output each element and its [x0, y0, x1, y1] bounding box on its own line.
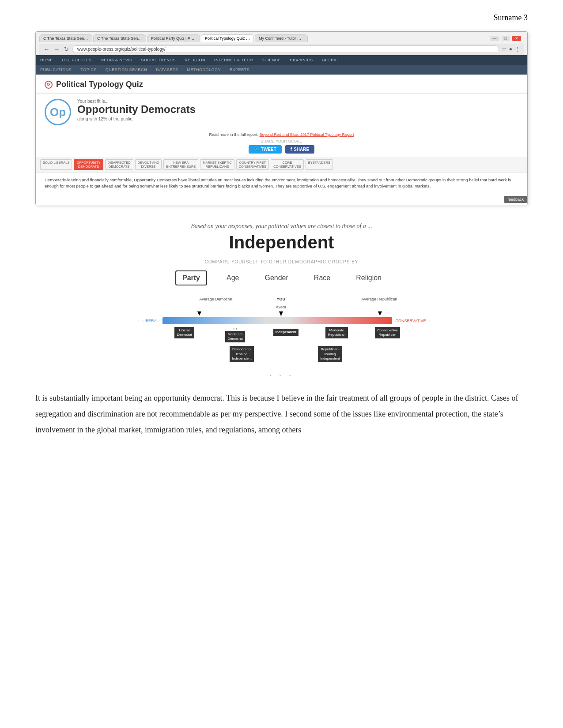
essay-text: It is substantially important being an o…: [35, 390, 528, 438]
demo-tab-race[interactable]: Race: [308, 271, 336, 285]
node-moderate-dem: ↑ ↑ ModerateDemocrat: [213, 327, 257, 343]
demo-tab-age[interactable]: Age: [220, 271, 245, 285]
spectrum-bar: [162, 317, 392, 324]
maximize-btn[interactable]: □: [502, 36, 510, 41]
tab-label-1: C The Texas State Senat...: [43, 36, 91, 41]
typo-solid-liberals[interactable]: SOLID LIBERALS: [40, 159, 72, 170]
liberal-label: ← LIBERAL: [127, 319, 162, 323]
report-link[interactable]: Beyond Red and Blue: 2017 Political Typo…: [260, 132, 354, 137]
url-input[interactable]: [72, 45, 499, 53]
nav-media[interactable]: MEDIA & NEWS: [96, 55, 137, 65]
browser-tab-3[interactable]: Political Party Quiz | Pe... ✕: [147, 34, 200, 42]
nav-datasets[interactable]: DATASETS: [151, 65, 182, 75]
node-conservative-rep: ConservativeRepublican: [366, 327, 410, 343]
feedback-tab[interactable]: feedback: [504, 196, 527, 203]
typo-country-first[interactable]: COUNTRY FIRSTCONSERVATIVES: [236, 159, 269, 170]
tweet-label: TWEET: [261, 147, 276, 152]
typo-opportunity-democrats[interactable]: OPPORTUNITYDEMOCRATS: [74, 159, 103, 170]
typo-new-era[interactable]: NEW ERAENTREPRENEURS: [163, 159, 198, 170]
close-btn[interactable]: ✕: [512, 36, 521, 41]
tab-label-3: Political Party Quiz | Pe...: [151, 36, 196, 41]
demo-tab-party[interactable]: Party: [175, 270, 207, 285]
quiz-title-area: ⟳ Political Typology Quiz: [36, 75, 527, 94]
minimize-btn[interactable]: —: [490, 36, 499, 41]
report-link-text: Read more in the full report: Beyond Red…: [45, 132, 518, 137]
node-independent: Independent: [264, 327, 308, 343]
site-nav-top: HOME U.S. POLITICS MEDIA & NEWS SOCIAL T…: [36, 55, 527, 65]
nav-science[interactable]: SCIENCE: [257, 55, 286, 65]
nav-publications[interactable]: PUBLICATIONS: [36, 65, 76, 75]
share-button[interactable]: f SHARE: [285, 145, 314, 154]
header-text: Surname 3: [494, 13, 528, 22]
below-browser-content: Based on your responses, your political …: [35, 214, 528, 438]
page-header: Surname 3: [0, 0, 563, 27]
site-nav-bottom: PUBLICATIONS TOPICS QUESTION SEARCH DATA…: [36, 65, 527, 75]
arrow-you: ▼: [277, 309, 284, 317]
site-nav-top-items: HOME U.S. POLITICS MEDIA & NEWS SOCIAL T…: [36, 55, 527, 65]
nav-home[interactable]: HOME: [36, 55, 57, 65]
browser-tab-1[interactable]: C The Texas State Senat... ✕: [39, 34, 92, 42]
demographic-tabs: Party Age Gender Race Religion: [35, 270, 528, 285]
tab-close-3[interactable]: ✕: [199, 37, 200, 41]
nav-social[interactable]: SOCIAL TRENDS: [137, 55, 181, 65]
account-icon[interactable]: ●: [509, 46, 512, 53]
node-moderate-rep: ModerateRepublican: [315, 327, 359, 343]
browser-tab-2[interactable]: C The Texas State Senat... ✕: [93, 34, 146, 42]
result-text-area: Your best fit is... Opportunity Democrat…: [77, 99, 518, 121]
site-description: Democratic-leaning and financially comfo…: [36, 172, 527, 194]
typology-bar: SOLID LIBERALS OPPORTUNITYDEMOCRATS DISA…: [36, 157, 527, 172]
quiz-page-title: Political Typology Quiz: [56, 80, 143, 89]
node-dem-leaning-ind: Democratic-leaningIndependent: [220, 346, 264, 362]
browser-tab-4[interactable]: Political Typology Quiz | ✕: [201, 34, 254, 42]
nav-global[interactable]: GLOBAL: [317, 55, 344, 65]
browser-window: C The Texas State Senat... ✕ C The Texas…: [35, 31, 528, 205]
share-score-label: SHARE YOUR SCORE: [45, 139, 518, 143]
tab-close-4[interactable]: ✕: [250, 37, 253, 41]
spectrum-nodes: LiberalDemocrat ↑ ↑ ModerateDemocrat Ind…: [162, 327, 410, 343]
independent-intro-label: Based on your responses, your political …: [35, 223, 528, 230]
browser-chrome: C The Texas State Senat... ✕ C The Texas…: [36, 32, 527, 55]
demo-tab-religion[interactable]: Religion: [350, 271, 388, 285]
browser-window-controls: — □ ✕: [490, 36, 524, 41]
demo-tab-gender[interactable]: Gender: [258, 271, 294, 285]
typo-core[interactable]: CORECONSERVATIVES: [271, 159, 304, 170]
typo-disaffected-democrats[interactable]: DISAFFECTEDDEMOCRATS: [105, 159, 133, 170]
browser-address-bar: ← → ↻ ☆ ● ⋮: [39, 44, 524, 55]
nav-topics[interactable]: TOPICS: [76, 65, 101, 75]
typo-market-skeptic[interactable]: MARKET SKEPTICREPUBLICANS: [200, 159, 234, 170]
nav-experts[interactable]: EXPERTS: [225, 65, 254, 75]
conservative-label: CONSERVATIVE →: [392, 319, 436, 323]
typo-devout-diverse[interactable]: DEVOUT ANDDIVERSE: [135, 159, 162, 170]
arrow-dem: ▼: [196, 309, 203, 317]
nav-hispanics[interactable]: HISPANICS: [285, 55, 317, 65]
node-rep-leaning-ind: Republican-leaningIndependent: [308, 346, 352, 362]
spectrum-chart: Average Democrat YOU Averae Average Repu…: [127, 294, 436, 363]
arrow-rep: ▼: [376, 309, 383, 317]
share-buttons: 🐦 TWEET f SHARE: [45, 145, 518, 154]
back-button[interactable]: ←: [43, 46, 50, 53]
typo-bystanders[interactable]: BYSTANDERS: [306, 159, 333, 170]
result-subtitle: along with 12% of the public.: [77, 116, 518, 121]
forward-button[interactable]: →: [53, 46, 60, 53]
nav-question-search[interactable]: QUESTION SEARCH: [101, 65, 152, 75]
tab-close-5[interactable]: ✕: [307, 37, 308, 41]
nav-us-politics[interactable]: U.S. POLITICS: [57, 55, 96, 65]
spectrum-nodes-row2: Democratic-leaningIndependent Republican…: [162, 346, 410, 362]
compare-label: COMPARE YOURSELF TO OTHER DEMOGRAPHIC GR…: [35, 259, 528, 264]
share-area: Read more in the full report: Beyond Red…: [36, 131, 527, 157]
nav-religion[interactable]: RELIGION: [180, 55, 210, 65]
independent-title: Independent: [35, 233, 528, 252]
tweet-button[interactable]: 🐦 TWEET: [249, 145, 282, 154]
settings-icon[interactable]: ⋮: [515, 46, 520, 53]
browser-tab-5[interactable]: My Confirmed - Tutor Pi... ✕: [255, 34, 308, 42]
share-label: SHARE: [294, 147, 309, 152]
avg-democrat-label: Average Democrat: [200, 294, 233, 302]
dots-separator: · · ·: [35, 371, 528, 381]
nav-methodology[interactable]: METHODOLOGY: [182, 65, 225, 75]
nav-internet[interactable]: INTERNET & TECH: [210, 55, 257, 65]
node-liberal-dem: LiberalDemocrat: [162, 327, 207, 343]
star-icon[interactable]: ☆: [502, 46, 506, 53]
reload-button[interactable]: ↻: [63, 46, 70, 53]
website-content: HOME U.S. POLITICS MEDIA & NEWS SOCIAL T…: [36, 55, 527, 205]
browser-tabs: C The Texas State Senat... ✕ C The Texas…: [39, 34, 308, 42]
